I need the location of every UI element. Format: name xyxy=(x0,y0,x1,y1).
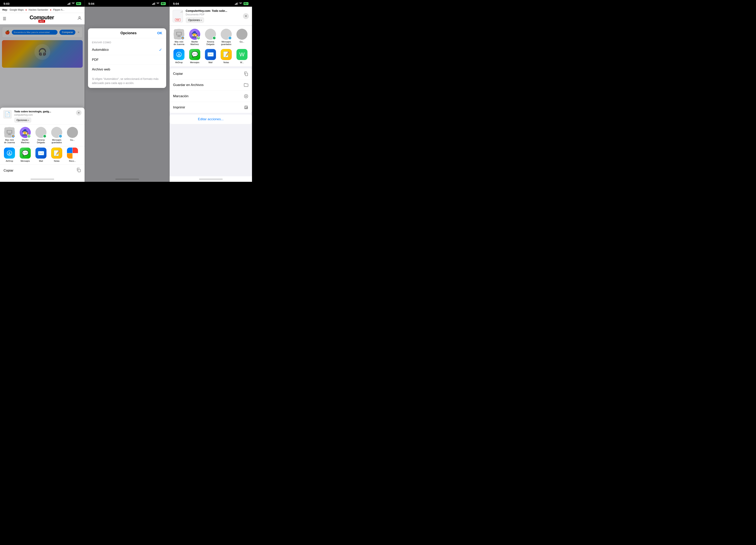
ticker-dot-1: ● xyxy=(25,8,27,11)
p3-app-mensajes[interactable]: 💬 Mensajes xyxy=(187,49,203,64)
contact-mac-mini-1[interactable]: 📶 Mac minide Juanma xyxy=(2,127,17,144)
airdrop-icon-1 xyxy=(4,148,15,159)
panel-1: 5:03 90+ Hoy: Google Maps ● Hackeo Santa… xyxy=(0,0,85,182)
app-airdrop-1[interactable]: AirDrop xyxy=(2,148,17,162)
reco-label-1: Reco... xyxy=(69,160,76,162)
mail-label-1: Mail xyxy=(39,160,43,162)
svg-point-4 xyxy=(79,17,80,18)
p3-contact-marifer[interactable]: 🧙‍♀️ 💬 MariferMartínez xyxy=(187,29,203,46)
options-description-2: Si eliges "Automático", se seleccionará … xyxy=(88,74,166,88)
status-bar-1: 5:03 90+ xyxy=(0,0,85,7)
p3-gray-avatar-gu xyxy=(236,29,247,40)
svg-rect-20 xyxy=(177,32,181,35)
status-time-3: 5:04 xyxy=(173,2,179,5)
p3-mensajes-app-label: Mensajes xyxy=(190,61,199,64)
gray-avatar-gu-1 xyxy=(67,127,78,138)
svg-point-25 xyxy=(244,94,248,98)
app-mensajes-1[interactable]: 💬 Mensajes xyxy=(17,148,33,162)
logo-hoy-1: HOY xyxy=(38,20,45,23)
battery-badge-3: 91+ xyxy=(244,2,248,5)
panel2-content: Opciones OK ENVIAR COMO Automático ✓ PDF… xyxy=(85,7,169,182)
p3-contact-name-marifer: MariferMartínez xyxy=(191,41,199,46)
svg-rect-8 xyxy=(7,135,11,135)
contact-saved-msgs-1[interactable]: ✈ Mensajesguardados xyxy=(49,127,65,144)
status-icons-1: 90+ xyxy=(68,2,81,5)
contact-name-saved-1: Mensajesguardados xyxy=(52,139,62,144)
automatico-check-icon: ✓ xyxy=(159,47,162,52)
panel3-actions-list: Copiar Guardar en Archivos Marcación Imp… xyxy=(170,68,252,113)
p3-contact-ximena[interactable]: 📞 XimenaDelgado xyxy=(203,29,218,46)
contact-ximena-1[interactable]: 📞 XimenaDelgado xyxy=(33,127,49,144)
svg-rect-16 xyxy=(236,3,236,5)
pdf-corner-fold xyxy=(180,10,183,13)
panel3-pdf-thumbnail: PDF xyxy=(173,10,183,22)
share-options-button-1[interactable]: Opciones › xyxy=(14,118,31,123)
panel3-close-button[interactable]: ✕ xyxy=(243,13,249,19)
svg-rect-18 xyxy=(238,2,238,5)
p3-contact-mac-mini[interactable]: 📶 Mac minide Juanma xyxy=(171,29,187,46)
p3-contact-gu[interactable]: Gu... xyxy=(234,29,250,46)
contact-name-marifer-1: MariferMartínez xyxy=(21,139,30,144)
panel-3: 5:04 91+ PDF ComputerHoy.com- Todo sobr. xyxy=(169,0,252,182)
svg-rect-14 xyxy=(155,2,156,5)
p3-action-imprimir[interactable]: Imprimir xyxy=(170,102,252,113)
svg-point-26 xyxy=(246,96,247,97)
status-icons-2: 90+ xyxy=(152,2,166,5)
mensajes-label-1: Mensajes xyxy=(20,160,30,162)
panel3-options-button[interactable]: Opciones › xyxy=(186,17,204,23)
p3-app-notas[interactable]: 📝 Notas xyxy=(218,49,234,64)
app-mail-1[interactable]: ✉️ Mail xyxy=(33,148,49,162)
panel3-share-header: PDF ComputerHoy.com- Todo sobr... Docume… xyxy=(170,7,252,26)
p3-action-marcacion[interactable]: Marcación xyxy=(170,91,252,102)
app-reco-1[interactable]: Reco... xyxy=(65,148,80,162)
share-action-copiar-1[interactable]: Copiar xyxy=(0,165,85,176)
p3-app-w[interactable]: W W... xyxy=(234,49,250,64)
p3-imprimir-label: Imprimir xyxy=(173,106,185,109)
panel3-doc-type: Documento PDF xyxy=(186,13,240,16)
user-icon-1[interactable] xyxy=(77,16,82,22)
app-notas-1[interactable]: 📝 Notas xyxy=(49,148,65,162)
svg-point-29 xyxy=(247,107,247,108)
svg-rect-28 xyxy=(245,108,247,109)
status-bar-3: 5:04 91+ xyxy=(170,0,252,7)
p3-contact-saved-msgs[interactable]: ✈ Mensajesguardados xyxy=(218,29,234,46)
ticker-item-2: Hackeo Santander xyxy=(29,8,48,11)
options-ok-button-2[interactable]: OK xyxy=(157,31,162,35)
home-indicator-3 xyxy=(170,176,252,182)
share-contacts-row-1: 📶 Mac minide Juanma 🧙‍♀️ 💬 xyxy=(0,125,85,146)
p3-edit-actions-button[interactable]: Editar acciones... xyxy=(170,115,252,124)
p3-action-copiar[interactable]: Copiar xyxy=(170,68,252,80)
options-item-pdf[interactable]: PDF xyxy=(88,55,166,65)
share-apps-row-1: AirDrop 💬 Mensajes ✉️ Mail 📝 xyxy=(0,146,85,165)
home-bar-2 xyxy=(115,179,139,180)
ticker-dot-2: ● xyxy=(50,8,51,11)
p3-print-icon xyxy=(244,105,248,110)
p3-messages-badge: 💬 xyxy=(197,36,200,40)
p3-action-guardar[interactable]: Guardar en Archivos xyxy=(170,80,252,91)
ticker-item-1: Google Maps xyxy=(10,8,24,11)
pdf-label-badge: PDF xyxy=(175,19,181,21)
share-close-button-1[interactable]: ✕ xyxy=(76,110,82,116)
share-info-1: Todo sobre tecnología, gadg... computerh… xyxy=(14,110,74,123)
p3-marcacion-label: Marcación xyxy=(173,94,188,98)
contact-marifer-1[interactable]: 🧙‍♀️ 💬 MariferMartínez xyxy=(17,127,33,144)
mail-icon-1: ✉️ xyxy=(35,148,46,159)
airdrop-label-1: AirDrop xyxy=(6,160,13,162)
p3-app-mail[interactable]: ✉️ Mail xyxy=(203,49,218,64)
battery-badge-2: 90+ xyxy=(161,2,166,5)
pdf-label: PDF xyxy=(92,58,99,62)
contact-gu-1[interactable]: Gu... xyxy=(65,127,80,144)
p3-folder-icon xyxy=(244,83,248,87)
p3-airdrop-app-icon xyxy=(173,49,184,60)
options-item-automatico[interactable]: Automático ✓ xyxy=(88,45,166,55)
options-modal-title-2: Opciones xyxy=(100,31,157,35)
contact-name-mac-1: Mac minide Juanma xyxy=(4,139,15,144)
p3-mail-app-icon: ✉️ xyxy=(205,49,216,60)
p3-app-airdrop[interactable]: AirDrop xyxy=(171,49,187,64)
p3-messages-app-icon: 💬 xyxy=(189,49,200,60)
options-modal-header-2: Opciones OK xyxy=(88,28,166,38)
options-item-archivo-web[interactable]: Archivo web xyxy=(88,65,166,74)
svg-rect-24 xyxy=(245,73,248,76)
p3-w-app-label: W... xyxy=(240,61,244,64)
menu-icon-1[interactable]: ☰ xyxy=(3,16,6,21)
